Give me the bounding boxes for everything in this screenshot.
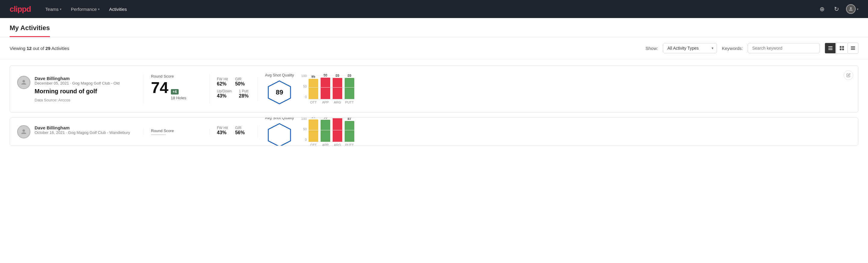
svg-rect-8 — [851, 46, 855, 47]
chart-y-50: 50 — [303, 85, 307, 88]
chart-bars-container-2: 94 93 106 8 — [309, 118, 354, 142]
activity-type-select-wrapper: All Activity Types ▾ — [663, 43, 717, 53]
activity-card: Dave Billingham December 05, 2021 · Gog … — [10, 65, 858, 113]
chart-xlabels: OTT APP ARG PUTT — [309, 99, 354, 104]
xlabel-arg-2: ARG — [333, 143, 342, 146]
xlabel-arg: ARG — [333, 100, 342, 104]
bar-putt — [345, 78, 354, 99]
score-badge: +4 — [171, 89, 179, 94]
shot-quality-section: Avg Shot Quality 89 100 50 0 — [258, 73, 426, 105]
gir-value-2: 56% — [235, 130, 245, 136]
hexagon-display: 89 — [267, 80, 292, 105]
score-row: 74 +4 18 Holes — [151, 80, 202, 100]
substat-row-top-2: FW Hit 43% GIR 56% — [217, 126, 250, 136]
add-icon[interactable]: ⊕ — [817, 4, 827, 14]
fw-hit-value-2: 43% — [217, 130, 228, 136]
up-down-stat: Up/Down 43% — [217, 89, 231, 99]
bar-group-ott: 85 — [309, 75, 318, 99]
chart-y-100: 100 — [301, 74, 307, 78]
data-source: Data Source: Arccos — [35, 98, 144, 102]
substat-row-bottom: Up/Down 43% 1 Putt 28% — [217, 89, 250, 99]
fw-hit-value: 62% — [217, 81, 228, 87]
up-down-label: Up/Down — [217, 89, 231, 93]
xlabel-app: APP — [320, 100, 330, 104]
fw-hit-label-2: FW Hit — [217, 126, 228, 130]
round-score-section: Round Score 74 +4 18 Holes — [144, 74, 210, 104]
svg-rect-7 — [842, 49, 844, 50]
bar-value-putt: 89 — [348, 74, 351, 77]
view-list-button[interactable] — [847, 43, 858, 54]
gir-stat: GIR 50% — [235, 77, 245, 87]
user-menu-button[interactable]: ▾ — [846, 4, 858, 14]
nav-performance[interactable]: Performance ▾ — [67, 4, 103, 14]
nav-activities[interactable]: Activities — [105, 4, 130, 14]
one-putt-label: 1 Putt — [239, 89, 248, 93]
shot-quality-chart: 100 50 0 85 — [301, 74, 354, 104]
xlabel-putt: PUTT — [345, 100, 354, 104]
user-name-2: Dave Billingham — [35, 125, 144, 130]
avg-shot-quality-label: Avg Shot Quality — [265, 73, 294, 77]
holes-label: 18 Holes — [171, 96, 186, 100]
svg-point-13 — [23, 129, 25, 132]
bar-app-2 — [320, 120, 330, 142]
keywords-label: Keywords: — [722, 46, 743, 51]
logo[interactable]: clippd — [10, 4, 31, 14]
view-toggle — [825, 43, 858, 54]
bar-ott — [309, 79, 318, 99]
fw-hit-stat-2: FW Hit 43% — [217, 126, 228, 136]
bar-ott-2 — [309, 119, 318, 142]
user-chevron-icon: ▾ — [857, 7, 858, 11]
view-list-compact-button[interactable] — [825, 43, 836, 54]
avatar-2 — [17, 125, 30, 139]
shot-quality-chart-2: 100 50 0 94 — [301, 117, 354, 146]
view-grid-button[interactable] — [836, 43, 847, 54]
search-input[interactable] — [748, 43, 820, 53]
activities-list: Dave Billingham December 05, 2021 · Gog … — [0, 59, 868, 152]
one-putt-value: 28% — [239, 93, 248, 99]
gir-stat-2: GIR 56% — [235, 126, 245, 136]
edit-button[interactable] — [844, 70, 853, 80]
svg-rect-9 — [851, 48, 855, 49]
filter-controls: Show: All Activity Types ▾ Keywords: — [645, 43, 820, 53]
svg-point-0 — [850, 7, 852, 9]
header-right: ⊕ ↻ ▾ — [817, 4, 858, 14]
round-score-value: 74 — [151, 80, 168, 95]
svg-rect-10 — [851, 49, 855, 50]
bar-putt-2 — [345, 121, 354, 142]
gir-value: 50% — [235, 81, 245, 87]
nav-teams[interactable]: Teams ▾ — [42, 4, 65, 14]
svg-rect-6 — [840, 49, 841, 50]
round-score-section-2: Round Score — [144, 128, 210, 135]
round-score-label: Round Score — [151, 74, 202, 79]
show-label: Show: — [645, 46, 658, 51]
refresh-icon[interactable]: ↻ — [832, 4, 841, 14]
gir-label-2: GIR — [235, 126, 245, 130]
activity-type-select[interactable]: All Activity Types — [663, 43, 717, 53]
xlabel-ott: OTT — [309, 100, 318, 104]
activity-card-2: Dave Billingham October 16, 2021 · Gog M… — [10, 117, 858, 146]
sub-stats-section-2: FW Hit 43% GIR 56% — [210, 126, 258, 138]
shot-quality-number: 89 — [276, 88, 283, 96]
user-name: Dave Billingham — [35, 76, 144, 81]
xlabel-app-2: APP — [320, 143, 330, 146]
card-user-info-2: Dave Billingham October 16, 2021 · Gog M… — [17, 125, 144, 139]
svg-rect-1 — [828, 46, 833, 47]
viewing-count: Viewing 12 out of 29 Activities — [10, 46, 641, 51]
activity-date-2: October 16, 2021 · Gog Magog Golf Club -… — [35, 130, 144, 135]
card-details: Dave Billingham December 05, 2021 · Gog … — [35, 76, 144, 102]
card-user-info: Dave Billingham December 05, 2021 · Gog … — [17, 76, 144, 102]
up-down-value: 43% — [217, 93, 231, 99]
activity-title: Morning round of golf — [35, 88, 144, 95]
svg-point-11 — [23, 80, 25, 83]
bar-group-arg: 89 — [333, 74, 342, 99]
card-details-2: Dave Billingham October 16, 2021 · Gog M… — [35, 125, 144, 137]
chart2-y-50: 50 — [303, 127, 307, 131]
svg-marker-14 — [268, 124, 290, 146]
xlabel-ott-2: OTT — [309, 143, 318, 146]
fw-hit-label: FW Hit — [217, 77, 228, 81]
toolbar: Viewing 12 out of 29 Activities Show: Al… — [0, 37, 868, 59]
header-left: clippd Teams ▾ Performance ▾ Activities — [10, 4, 130, 14]
gir-label: GIR — [235, 77, 245, 81]
chart2-y-0: 0 — [305, 138, 307, 141]
bar-arg — [333, 78, 342, 99]
